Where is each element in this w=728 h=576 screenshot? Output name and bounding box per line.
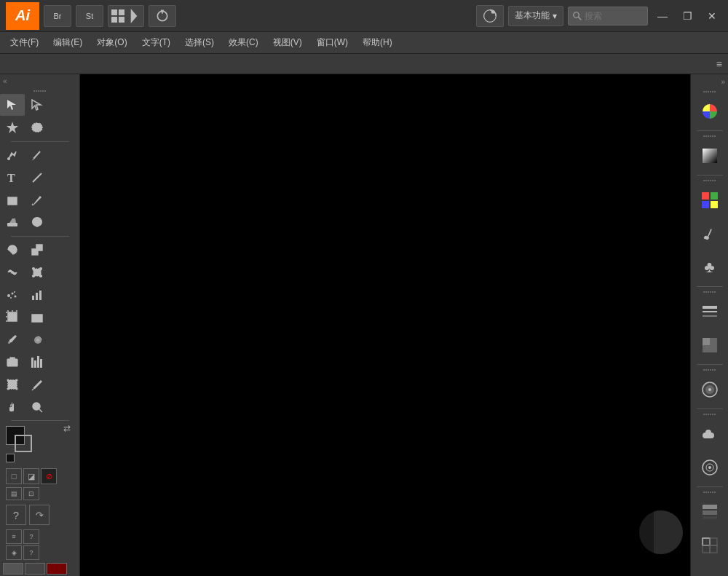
minimize-button[interactable]: —: [652, 7, 673, 25]
menu-effect[interactable]: 效果(C): [221, 33, 266, 52]
warp-tool[interactable]: [0, 261, 25, 283]
menu-select[interactable]: 选择(S): [178, 33, 221, 52]
gradient-panel-button[interactable]: [694, 140, 726, 172]
tool-row-measure: [0, 351, 79, 374]
fullscreen-button[interactable]: ⊡: [23, 487, 39, 500]
tool-row-pen: [0, 144, 79, 167]
camera-tool[interactable]: [0, 351, 25, 373]
swap-colors-button[interactable]: ⇄: [63, 423, 71, 433]
canvas-area[interactable]: [80, 74, 690, 576]
artboard-tool[interactable]: [0, 306, 25, 328]
svg-rect-79: [703, 338, 710, 345]
extra-btn-2[interactable]: ?: [23, 529, 39, 544]
brushes-panel-button[interactable]: [694, 218, 726, 250]
options-menu-icon[interactable]: ≡: [716, 58, 722, 70]
rectangle-tool[interactable]: [0, 189, 25, 211]
right-panel-collapse[interactable]: »: [691, 74, 728, 89]
extra-btn-3[interactable]: ◈: [6, 545, 22, 560]
tool-row-rotate: [0, 239, 79, 261]
extra-btn-4[interactable]: ?: [23, 545, 39, 560]
workspace-selector[interactable]: 基本功能 ▾: [508, 6, 563, 26]
line-tool[interactable]: [25, 167, 50, 189]
normal-mode-button[interactable]: □: [6, 468, 22, 484]
appearance-panel-button[interactable]: [694, 374, 726, 406]
menu-text[interactable]: 文字(T): [135, 33, 178, 52]
free-transform-tool[interactable]: [25, 261, 50, 283]
swatches-panel-button[interactable]: [694, 184, 726, 216]
svg-point-14: [7, 157, 10, 160]
symbol-sprayer-tool[interactable]: [0, 284, 25, 306]
selection-tool[interactable]: [0, 94, 25, 116]
pen-tool[interactable]: [0, 144, 25, 166]
svg-rect-89: [703, 538, 710, 545]
rotate-tool[interactable]: [0, 239, 25, 261]
svg-rect-87: [703, 510, 717, 515]
paintbrush-tool[interactable]: [25, 189, 50, 211]
bar-graph-tool[interactable]: [25, 351, 50, 373]
screen-mode-button[interactable]: ▤: [6, 487, 22, 500]
svg-rect-19: [8, 197, 17, 205]
menu-edit[interactable]: 编辑(E): [46, 33, 90, 52]
menu-help[interactable]: 帮助(H): [355, 33, 400, 52]
menu-window[interactable]: 窗口(W): [309, 33, 355, 52]
close-button[interactable]: ✕: [702, 7, 722, 25]
creative-cloud-panel-button[interactable]: [694, 418, 726, 450]
bridge-button[interactable]: Br: [44, 5, 71, 27]
zoom-tool[interactable]: [25, 396, 50, 418]
artboards-panel-button[interactable]: [694, 529, 726, 561]
symbols-panel-button[interactable]: ♣: [694, 251, 726, 283]
svg-point-33: [15, 295, 17, 297]
type-tool[interactable]: T: [0, 167, 25, 189]
knife-tool[interactable]: [25, 374, 50, 395]
inside-mode-button[interactable]: ⊘: [41, 468, 57, 484]
svg-line-10: [579, 17, 582, 20]
svg-point-61: [16, 379, 18, 381]
stock-button[interactable]: St: [76, 5, 103, 27]
redo-button[interactable]: ↷: [29, 505, 50, 525]
kuler-icon-button[interactable]: [476, 5, 504, 27]
arrange-windows-button[interactable]: [108, 5, 144, 27]
graph-tool[interactable]: [25, 284, 50, 306]
svg-point-28: [40, 267, 42, 269]
stroke-color-swatch[interactable]: [15, 435, 32, 452]
blob-brush-tool[interactable]: [25, 211, 50, 233]
eyedropper-tool[interactable]: [0, 328, 25, 350]
svg-point-31: [7, 294, 10, 297]
help-row: ? ↷: [0, 502, 79, 528]
view-mode-1[interactable]: [3, 563, 23, 575]
stroke-panel-button[interactable]: [694, 296, 726, 328]
canvas[interactable]: [80, 74, 690, 576]
crop-tool[interactable]: [0, 374, 25, 395]
transparency-panel-button[interactable]: [694, 329, 726, 361]
slice-tool[interactable]: [25, 306, 50, 328]
left-toolbar-collapse[interactable]: «: [0, 74, 79, 88]
direct-selection-tool[interactable]: [25, 94, 50, 116]
magic-wand-tool[interactable]: [0, 117, 25, 138]
menu-view[interactable]: 视图(V): [266, 33, 309, 52]
live-paint-bucket-tool[interactable]: [25, 328, 50, 350]
transform-icon-button[interactable]: [149, 5, 176, 27]
menu-file[interactable]: 文件(F): [3, 33, 46, 52]
help-button[interactable]: ?: [6, 505, 26, 525]
color-panel-button[interactable]: [694, 95, 726, 127]
eraser-tool[interactable]: [0, 211, 25, 233]
svg-rect-86: [703, 505, 717, 509]
hand-tool[interactable]: [0, 396, 25, 418]
tool-row-crop: [0, 373, 79, 395]
behind-mode-button[interactable]: ◪: [23, 468, 39, 484]
restore-button[interactable]: ❐: [677, 7, 697, 25]
libraries-panel-button[interactable]: [694, 451, 726, 484]
scale-tool[interactable]: [25, 239, 50, 261]
menu-object[interactable]: 对象(O): [90, 33, 134, 52]
extra-btn-1[interactable]: ≡: [6, 529, 22, 544]
layers-panel-button[interactable]: [694, 496, 726, 528]
view-mode-3[interactable]: [47, 563, 67, 575]
svg-rect-70: [703, 149, 717, 163]
view-mode-2[interactable]: [25, 563, 45, 575]
default-colors-button[interactable]: [6, 454, 15, 462]
canvas-decoration: [639, 510, 683, 554]
pencil-tool[interactable]: [25, 144, 50, 166]
search-input[interactable]: [585, 11, 643, 21]
svg-rect-54: [10, 358, 15, 360]
lasso-tool[interactable]: [25, 117, 50, 138]
